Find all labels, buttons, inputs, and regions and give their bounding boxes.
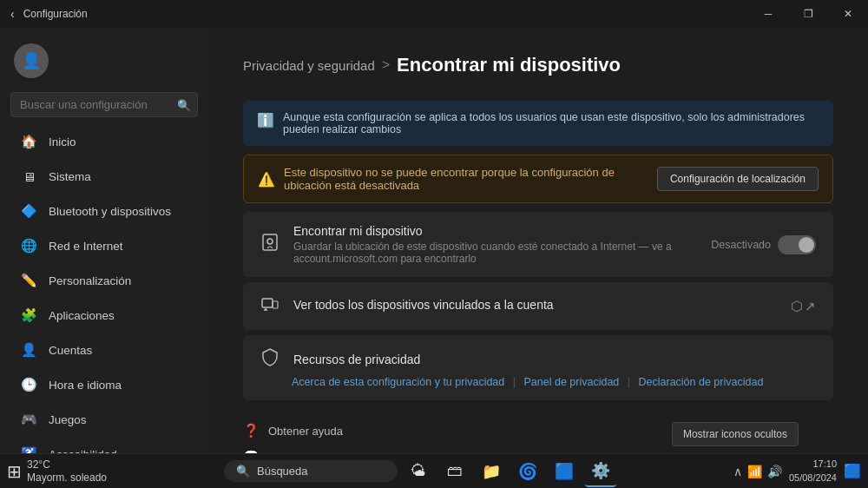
find-device-desc: Guardar la ubicación de este dispositivo… [293,241,711,265]
avatar[interactable]: 👤 [14,43,49,78]
volume-icon[interactable]: 🔊 [767,465,782,478]
date-display: 05/08/2024 [789,472,837,485]
warning-banner: ⚠️ Este dispositivo no se puede encontra… [243,155,833,203]
privacy-resources-card: Recursos de privacidad Acerca de esta co… [243,335,833,400]
bluetooth-icon: 🔷 [19,201,38,221]
sidebar: 👤 🔍 🏠 Inicio 🖥 Sistema 🔷 Bluetooth y dis… [0,28,208,453]
sistema-icon: 🖥 [19,167,38,186]
breadcrumb-parent[interactable]: Privacidad y seguridad [243,58,375,73]
sidebar-item-label: Sistema [49,170,91,183]
back-button[interactable]: ‹ [10,7,15,21]
weather-widget[interactable]: 32°C Mayorm. soleado [27,458,107,484]
help-links: ❓ Obtener ayuda 💬 Enviar comentarios [243,418,833,453]
sidebar-item-bluetooth[interactable]: 🔷 Bluetooth y dispositivos [5,195,203,228]
taskbar-app-widgets[interactable]: 🌤 [403,456,434,487]
taskbar-app-edge[interactable]: 🌀 [512,456,543,487]
taskbar-center: 🔍 Búsqueda 🌤 🗃 📁 🌀 🟦 ⚙️ [107,456,733,487]
sidebar-item-personalizacion[interactable]: ✏️ Personalización [5,264,203,297]
svg-rect-3 [273,301,278,308]
find-device-card: Encontrar mi dispositivo Guardar la ubic… [243,212,833,277]
find-device-icon [260,233,279,256]
info-banner: ℹ️ Aunque esta configuración se aplica a… [243,101,833,146]
search-input[interactable] [10,92,198,117]
search-icon: 🔍 [177,98,191,111]
time-display: 17:10 [789,458,837,471]
content-area: Privacidad y seguridad > Encontrar mi di… [208,28,868,453]
accounts-icon: 👤 [19,340,38,359]
warning-icon: ⚠️ [258,171,275,188]
location-settings-button[interactable]: Configuración de localización [657,167,819,191]
privacy-link-2[interactable]: Panel de privacidad [524,376,620,388]
titlebar-title: Configuración [23,8,88,20]
sidebar-item-hora[interactable]: 🕒 Hora e idioma [5,368,203,401]
sidebar-item-label: Bluetooth y dispositivos [49,205,171,218]
time-icon: 🕒 [19,375,38,394]
sidebar-item-label: Red e Internet [49,240,123,253]
info-banner-text: Aunque esta configuración se aplica a to… [283,111,819,135]
sidebar-item-aplicaciones[interactable]: 🧩 Aplicaciones [5,299,203,332]
find-device-toggle[interactable] [778,235,816,254]
maximize-button[interactable]: ❐ [788,0,828,28]
sidebar-item-label: Cuentas [49,344,92,357]
close-button[interactable]: ✕ [828,0,868,28]
shield-icon [260,347,279,371]
chevron-up-icon[interactable]: ∧ [733,465,742,478]
minimize-button[interactable]: ─ [748,0,788,28]
sidebar-item-label: Aplicaciones [49,309,115,322]
taskbar-search-label: Búsqueda [257,465,308,478]
info-icon: ℹ️ [257,112,274,129]
system-tray: ∧ 📶 🔊 [733,465,782,478]
sidebar-item-sistema[interactable]: 🖥 Sistema [5,160,203,193]
taskbar-app-settings[interactable]: ⚙️ [585,456,616,487]
sidebar-item-label: Juegos [49,413,87,426]
svg-point-1 [267,239,273,244]
taskbar-app-ms365[interactable]: 🟦 [549,456,580,487]
sidebar-item-juegos[interactable]: 🎮 Juegos [5,403,203,436]
help-icon: ❓ [243,423,260,439]
toggle-label: Desactivado [711,239,771,251]
external-arrow-icon: ↗ [805,299,816,314]
start-button[interactable]: ⊞ [7,461,22,482]
games-icon: 🎮 [19,410,38,429]
titlebar: ‹ Configuración ─ ❐ ✕ [0,0,868,28]
personalizacion-icon: ✏️ [19,271,38,290]
apps-icon: 🧩 [19,306,38,325]
warning-banner-text: Este dispositivo no se puede encontrar p… [284,166,643,192]
taskbar-app-explorer[interactable]: 📁 [476,456,507,487]
get-help-link[interactable]: ❓ Obtener ayuda [243,418,833,444]
find-device-text: Encontrar mi dispositivo Guardar la ubic… [293,224,711,265]
privacy-link-3[interactable]: Declaración de privacidad [639,376,764,388]
window-controls: ─ ❐ ✕ [748,0,868,28]
sidebar-item-inicio[interactable]: 🏠 Inicio [5,125,203,158]
taskbar-left: ⊞ 32°C Mayorm. soleado [7,458,107,484]
network-icon: 🌐 [19,236,38,255]
clock[interactable]: 17:10 05/08/2024 [789,458,837,485]
search-box[interactable]: 🔍 [10,92,198,117]
privacy-divider-2: | [628,376,630,388]
profile-area[interactable]: 👤 [0,35,208,92]
network-tray-icon[interactable]: 📶 [747,465,762,478]
view-devices-label: Ver todos los dispositivos vinculados a … [293,298,784,312]
sidebar-item-label: Inicio [49,135,76,148]
search-magnifier-icon: 🔍 [236,465,250,478]
taskbar-right: ∧ 📶 🔊 17:10 05/08/2024 🟦 [733,458,861,485]
sidebar-item-label: Personalización [49,274,131,287]
sidebar-item-cuentas[interactable]: 👤 Cuentas [5,333,203,366]
svg-rect-2 [262,299,273,307]
get-help-label: Obtener ayuda [268,425,343,438]
privacy-divider-1: | [513,376,516,388]
privacy-card-header: Recursos de privacidad [260,347,816,371]
taskbar-search[interactable]: 🔍 Búsqueda [224,460,398,482]
privacy-card-title: Recursos de privacidad [293,353,420,366]
send-feedback-link[interactable]: 💬 Enviar comentarios [243,444,833,453]
accessibility-icon: ♿ [19,445,38,453]
breadcrumb: Privacidad y seguridad > Encontrar mi di… [243,54,833,76]
view-devices-card[interactable]: Ver todos los dispositivos vinculados a … [243,282,833,330]
privacy-link-1[interactable]: Acerca de esta configuración y tu privac… [292,376,504,388]
home-icon: 🏠 [19,132,38,151]
taskbar: ⊞ 32°C Mayorm. soleado 🔍 Búsqueda 🌤 🗃 📁 … [0,453,868,488]
notification-icon[interactable]: 🟦 [844,463,861,479]
sidebar-item-accesibilidad[interactable]: ♿ Accesibilidad [5,438,203,453]
taskbar-app-store[interactable]: 🗃 [439,456,470,487]
sidebar-item-red[interactable]: 🌐 Red e Internet [5,229,203,262]
